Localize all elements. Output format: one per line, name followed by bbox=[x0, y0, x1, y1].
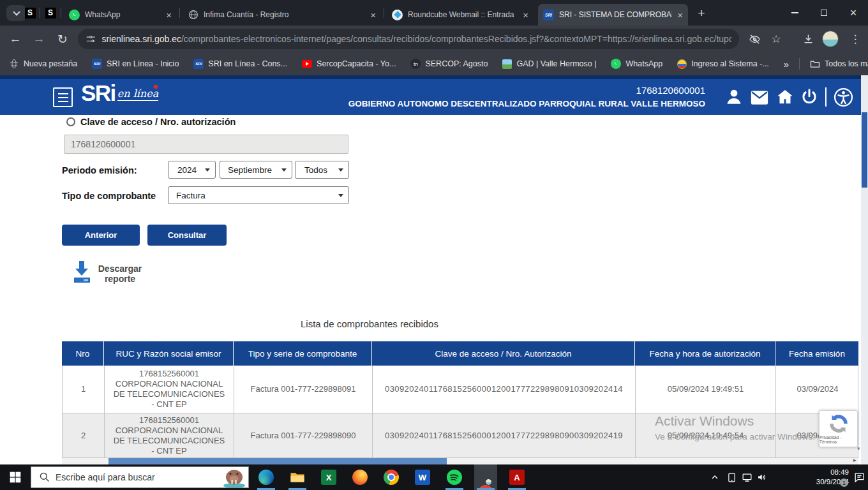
edge-icon[interactable] bbox=[258, 470, 274, 485]
tn-icon: tn bbox=[410, 59, 421, 69]
day-select[interactable]: Todos bbox=[295, 161, 349, 179]
tab-title: SRI - SISTEMA DE COMPROBAN bbox=[559, 10, 672, 19]
chrome-icon[interactable] bbox=[384, 470, 399, 485]
url-text[interactable]: srienlinea.sri.gob.ec/comprobantes-elect… bbox=[101, 34, 731, 44]
tab-divider bbox=[40, 8, 40, 18]
downloads-icon[interactable] bbox=[798, 29, 818, 49]
taskbar-search-box[interactable]: Escribe aquí para buscar bbox=[31, 466, 249, 488]
horizontal-scrollbar-thumb[interactable] bbox=[108, 458, 447, 464]
pinned-tab-1[interactable]: S bbox=[24, 7, 36, 19]
site-settings-icon[interactable] bbox=[86, 34, 96, 45]
divider bbox=[825, 87, 827, 107]
sri-icon: SRI bbox=[193, 59, 204, 69]
bookmark-sercopcapacita[interactable]: SercopCapacita - Yo... bbox=[302, 59, 396, 68]
user-icon[interactable] bbox=[724, 87, 744, 107]
access-key-input[interactable]: 1768120600001 bbox=[64, 135, 348, 154]
type-select[interactable]: Factura bbox=[168, 186, 349, 204]
sri-logo[interactable]: SRi en línea bbox=[81, 80, 158, 106]
chevron-down-icon bbox=[338, 168, 343, 174]
tray-tablet-icon[interactable] bbox=[724, 470, 739, 485]
acrobat-icon[interactable]: A bbox=[509, 470, 525, 485]
walrus-illustration[interactable] bbox=[220, 466, 248, 488]
table-row[interactable]: 1 1768152560001 CORPORACION NACIONAL DE … bbox=[62, 366, 858, 413]
accessibility-icon[interactable] bbox=[834, 87, 853, 107]
tab-roundcube[interactable]: Roundcube Webmail :: Entrada × bbox=[387, 4, 534, 26]
all-bookmarks-button[interactable]: Todos los marcadores bbox=[810, 59, 868, 69]
minimize-button[interactable] bbox=[780, 0, 809, 26]
tray-chevron-up-icon[interactable] bbox=[707, 470, 722, 485]
taxpayer-name: GOBIERNO AUTONOMO DESCENTRALIZADO PARROQ… bbox=[348, 98, 705, 110]
bookmark-ingreso-sistema[interactable]: Ingreso al Sistema -... bbox=[677, 59, 769, 69]
bookmark-sercop-agosto[interactable]: tn SERCOP: Agosto bbox=[410, 59, 488, 69]
menu-kebab-icon[interactable]: ⋮ bbox=[845, 29, 865, 49]
ecuador-emblem-icon bbox=[677, 59, 687, 69]
notification-badge: 1 bbox=[840, 479, 848, 487]
tab-sri-active[interactable]: SRI SRI - SISTEMA DE COMPROBAN × bbox=[538, 4, 688, 26]
inner-scroll-down-arrow[interactable]: ▾ bbox=[857, 445, 860, 452]
tab-divider bbox=[384, 8, 384, 18]
spotify-icon[interactable] bbox=[447, 470, 462, 485]
bookmark-label: GAD | Valle Hermoso | bbox=[516, 59, 596, 68]
bookmark-sri-consultas[interactable]: SRI SRI en Línea - Cons... bbox=[193, 59, 287, 69]
taxpayer-ruc: 1768120600001 bbox=[348, 84, 705, 98]
back-button[interactable]: ← bbox=[5, 29, 26, 49]
bookmarks-overflow-chevrons[interactable]: » bbox=[784, 59, 789, 70]
close-tab-icon[interactable]: × bbox=[523, 10, 528, 20]
access-key-radio[interactable] bbox=[66, 117, 75, 126]
eye-off-icon[interactable] bbox=[744, 29, 765, 49]
start-button[interactable] bbox=[0, 464, 31, 490]
bookmark-label: SERCOP: Agosto bbox=[425, 59, 488, 68]
close-tab-icon[interactable]: × bbox=[677, 10, 683, 20]
bookmark-nueva-pestana[interactable]: Nueva pestaña bbox=[9, 59, 77, 69]
tab-infima-cuantia[interactable]: Infima Cuantía - Registro × bbox=[183, 4, 381, 26]
month-select[interactable]: Septiembre bbox=[220, 161, 292, 179]
cell-fecha-autorizacion: 05/09/2024 19:49:51 bbox=[635, 366, 775, 413]
close-window-button[interactable]: × bbox=[839, 0, 868, 26]
mail-icon[interactable] bbox=[750, 89, 769, 108]
tab-search-button[interactable] bbox=[6, 5, 26, 21]
new-tab-button[interactable]: + bbox=[693, 5, 710, 22]
power-icon[interactable] bbox=[800, 87, 819, 107]
tray-network-icon[interactable] bbox=[739, 470, 754, 485]
close-tab-icon[interactable]: × bbox=[166, 10, 172, 20]
sri-icon: SRI bbox=[92, 59, 102, 69]
firefox-icon[interactable] bbox=[352, 470, 368, 485]
excel-icon[interactable]: X bbox=[321, 470, 336, 485]
tray-volume-icon[interactable] bbox=[754, 470, 770, 485]
col-header-tipo: Tipo y serie de comprobante bbox=[233, 341, 371, 366]
restore-icon bbox=[821, 10, 827, 16]
year-select[interactable]: 2024 bbox=[168, 161, 216, 179]
word-icon[interactable]: W bbox=[415, 470, 430, 485]
tab-whatsapp[interactable]: WhatsApp × bbox=[64, 4, 177, 26]
file-explorer-icon[interactable] bbox=[290, 470, 305, 485]
hamburger-menu-button[interactable] bbox=[53, 87, 73, 107]
forward-button[interactable]: → bbox=[29, 29, 49, 49]
download-report-icon[interactable] bbox=[71, 260, 93, 284]
profile-avatar[interactable] bbox=[822, 31, 839, 47]
address-bar[interactable]: srienlinea.sri.gob.ec/comprobantes-elect… bbox=[78, 29, 739, 49]
recaptcha-caption[interactable]: Privacidad - Términos bbox=[819, 435, 857, 444]
bookmark-whatsapp[interactable]: WhatsApp bbox=[611, 59, 662, 69]
bookmark-gad-valle-hermoso[interactable]: GAD | Valle Hermoso | bbox=[502, 59, 596, 69]
restore-button[interactable] bbox=[809, 0, 839, 26]
previous-button[interactable]: Anterior bbox=[62, 225, 140, 246]
close-tab-icon[interactable]: × bbox=[370, 10, 376, 20]
notification-center-icon[interactable] bbox=[851, 470, 867, 485]
inner-scroll-right-arrow[interactable]: ▸ bbox=[853, 457, 857, 463]
page-scrollbar-thumb[interactable] bbox=[862, 112, 867, 188]
home-icon[interactable] bbox=[775, 87, 795, 107]
bookmark-star-icon[interactable]: ☆ bbox=[766, 29, 786, 49]
reload-button[interactable]: ↻ bbox=[52, 29, 73, 49]
pinned-tab-2[interactable]: S bbox=[45, 7, 56, 19]
bookmark-sri-inicio[interactable]: SRI SRI en Línea - Inicio bbox=[92, 59, 179, 69]
recaptcha-badge[interactable]: Privacidad - Términos bbox=[819, 410, 858, 447]
taxpayer-info: 1768120600001 GOBIERNO AUTONOMO DESCENTR… bbox=[348, 84, 705, 110]
table-header-row: Nro RUC y Razón social emisor Tipo y ser… bbox=[62, 341, 858, 366]
s-favicon: S bbox=[25, 8, 36, 19]
folder-icon bbox=[810, 59, 820, 69]
download-report-label[interactable]: Descargar reporte bbox=[94, 264, 146, 284]
bookmark-label: SRI en Línea - Cons... bbox=[208, 59, 287, 68]
url-host: srienlinea.sri.gob.ec bbox=[101, 34, 181, 44]
bookmark-label: SRI en Línea - Inicio bbox=[107, 59, 179, 68]
query-button[interactable]: Consultar bbox=[147, 225, 227, 246]
